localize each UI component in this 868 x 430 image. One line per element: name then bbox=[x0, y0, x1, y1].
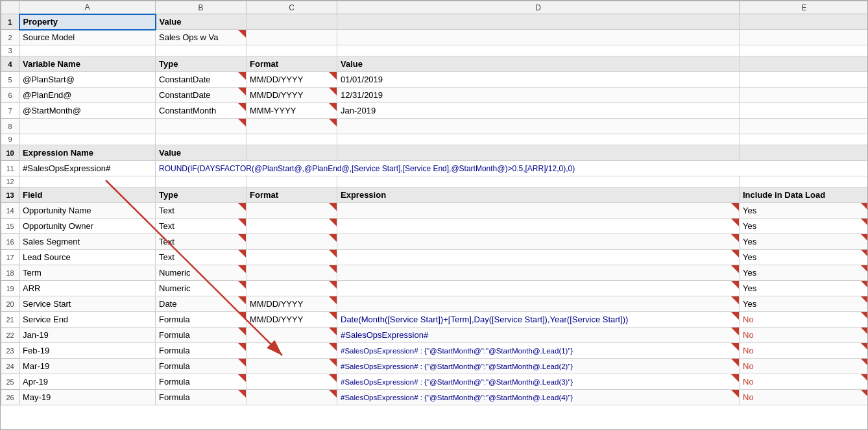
apr19-include[interactable]: No bbox=[740, 374, 869, 390]
dropdown-arrow[interactable] bbox=[731, 343, 739, 351]
opportunity-name-include[interactable]: Yes bbox=[740, 203, 869, 219]
lead-source-type[interactable]: Text bbox=[156, 250, 247, 265]
dropdown-arrow[interactable] bbox=[731, 203, 739, 211]
dropdown-arrow[interactable] bbox=[329, 72, 337, 80]
service-end-type[interactable]: Formula bbox=[156, 312, 247, 328]
dropdown-arrow[interactable] bbox=[861, 234, 868, 242]
mar19-type[interactable]: Formula bbox=[156, 359, 247, 374]
arr-type[interactable]: Numeric bbox=[156, 281, 247, 296]
dropdown-arrow[interactable] bbox=[329, 203, 337, 211]
dropdown-arrow[interactable] bbox=[329, 328, 337, 335]
dropdown-arrow[interactable] bbox=[329, 359, 337, 366]
jan19-expression[interactable]: #SalesOpsExpression# bbox=[337, 328, 740, 343]
feb19-include[interactable]: No bbox=[740, 343, 869, 359]
dropdown-arrow[interactable] bbox=[238, 219, 246, 226]
plan-start-type[interactable]: ConstantDate bbox=[156, 72, 247, 88]
dropdown-arrow[interactable] bbox=[329, 250, 337, 257]
mar19-include[interactable]: No bbox=[740, 359, 869, 374]
empty-c8[interactable] bbox=[247, 119, 337, 134]
dropdown-arrow[interactable] bbox=[861, 265, 868, 273]
dropdown-arrow[interactable] bbox=[329, 219, 337, 226]
dropdown-arrow[interactable] bbox=[329, 312, 337, 320]
opportunity-owner-format[interactable] bbox=[247, 219, 337, 234]
dropdown-arrow[interactable] bbox=[861, 203, 868, 211]
dropdown-arrow[interactable] bbox=[238, 250, 246, 257]
opportunity-owner-expression[interactable] bbox=[337, 219, 740, 234]
dropdown-arrow[interactable] bbox=[238, 103, 246, 111]
service-start-expression[interactable] bbox=[337, 296, 740, 312]
dropdown-arrow[interactable] bbox=[238, 390, 246, 398]
plan-end-type[interactable]: ConstantDate bbox=[156, 88, 247, 103]
mar19-expression[interactable]: #SalesOpsExpression# : {"@StartMonth@":"… bbox=[337, 359, 740, 374]
dropdown-arrow[interactable] bbox=[731, 219, 739, 226]
feb19-type[interactable]: Formula bbox=[156, 343, 247, 359]
service-end-format[interactable]: MM/DD/YYYY bbox=[247, 312, 337, 328]
opportunity-owner-include[interactable]: Yes bbox=[740, 219, 869, 234]
dropdown-arrow[interactable] bbox=[731, 359, 739, 366]
dropdown-arrow[interactable] bbox=[329, 234, 337, 242]
opportunity-owner-type[interactable]: Text bbox=[156, 219, 247, 234]
dropdown-arrow[interactable] bbox=[238, 72, 246, 80]
dropdown-arrow[interactable] bbox=[861, 250, 868, 257]
dropdown-arrow[interactable] bbox=[238, 343, 246, 351]
dropdown-arrow[interactable] bbox=[329, 265, 337, 273]
plan-start-format[interactable]: MM/DD/YYYY bbox=[247, 72, 337, 88]
property-header[interactable]: Property bbox=[19, 14, 156, 30]
dropdown-arrow[interactable] bbox=[329, 103, 337, 111]
jan19-type[interactable]: Formula bbox=[156, 328, 247, 343]
start-month-format[interactable]: MMM-YYYY bbox=[247, 103, 337, 119]
dropdown-arrow[interactable] bbox=[329, 343, 337, 351]
dropdown-arrow[interactable] bbox=[329, 88, 337, 95]
dropdown-arrow[interactable] bbox=[238, 359, 246, 366]
apr19-type[interactable]: Formula bbox=[156, 374, 247, 390]
dropdown-arrow[interactable] bbox=[731, 374, 739, 382]
dropdown-arrow[interactable] bbox=[731, 312, 739, 320]
dropdown-arrow[interactable] bbox=[238, 234, 246, 242]
dropdown-arrow[interactable] bbox=[238, 328, 246, 335]
dropdown-arrow[interactable] bbox=[861, 312, 868, 320]
dropdown-arrow[interactable] bbox=[238, 119, 246, 126]
service-start-include[interactable]: Yes bbox=[740, 296, 869, 312]
dropdown-arrow[interactable] bbox=[731, 281, 739, 289]
may19-expression[interactable]: #SalesOpsExpression# : {"@StartMonth@":"… bbox=[337, 390, 740, 405]
dropdown-arrow[interactable] bbox=[861, 281, 868, 289]
sales-segment-type[interactable]: Text bbox=[156, 234, 247, 250]
lead-source-format[interactable] bbox=[247, 250, 337, 265]
dropdown-arrow[interactable] bbox=[238, 296, 246, 304]
sales-segment-format[interactable] bbox=[247, 234, 337, 250]
term-expression[interactable] bbox=[337, 265, 740, 281]
dropdown-arrow[interactable] bbox=[861, 296, 868, 304]
opportunity-name-type[interactable]: Text bbox=[156, 203, 247, 219]
service-end-include[interactable]: No bbox=[740, 312, 869, 328]
dropdown-arrow[interactable] bbox=[329, 119, 337, 126]
plan-end-format[interactable]: MM/DD/YYYY bbox=[247, 88, 337, 103]
term-format[interactable] bbox=[247, 265, 337, 281]
service-start-format[interactable]: MM/DD/YYYY bbox=[247, 296, 337, 312]
apr19-expression[interactable]: #SalesOpsExpression# : {"@StartMonth@":"… bbox=[337, 374, 740, 390]
service-end-expression[interactable]: Date(Month([Service Start])+[Term],Day([… bbox=[337, 312, 740, 328]
dropdown-arrow[interactable] bbox=[238, 374, 246, 382]
dropdown-arrow[interactable] bbox=[238, 88, 246, 95]
jan19-include[interactable]: No bbox=[740, 328, 869, 343]
feb19-format[interactable] bbox=[247, 343, 337, 359]
lead-source-include[interactable]: Yes bbox=[740, 250, 869, 265]
arr-include[interactable]: Yes bbox=[740, 281, 869, 296]
dropdown-arrow[interactable] bbox=[329, 296, 337, 304]
dropdown-arrow[interactable] bbox=[731, 390, 739, 398]
term-include[interactable]: Yes bbox=[740, 265, 869, 281]
dropdown-arrow[interactable] bbox=[731, 250, 739, 257]
dropdown-arrow[interactable] bbox=[861, 328, 868, 335]
sales-segment-include[interactable]: Yes bbox=[740, 234, 869, 250]
start-month-type[interactable]: ConstantMonth bbox=[156, 103, 247, 119]
dropdown-arrow[interactable] bbox=[731, 328, 739, 335]
may19-format[interactable] bbox=[247, 390, 337, 405]
service-start-type[interactable]: Date bbox=[156, 296, 247, 312]
arr-expression[interactable] bbox=[337, 281, 740, 296]
dropdown-arrow[interactable] bbox=[861, 374, 868, 382]
mar19-format[interactable] bbox=[247, 359, 337, 374]
may19-type[interactable]: Formula bbox=[156, 390, 247, 405]
dropdown-arrow[interactable] bbox=[731, 234, 739, 242]
dropdown-arrow[interactable] bbox=[861, 219, 868, 226]
feb19-expression[interactable]: #SalesOpsExpression# : {"@StartMonth@":"… bbox=[337, 343, 740, 359]
empty-b8[interactable] bbox=[156, 119, 247, 134]
